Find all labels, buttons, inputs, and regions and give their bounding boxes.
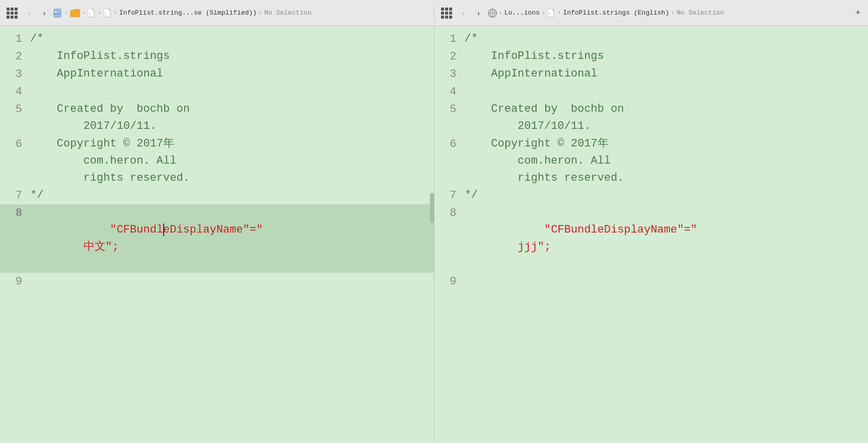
separator-r1: ›: [499, 10, 502, 17]
breadcrumb-right: › Lo...ions › i › InfoPlist.strings (Eng…: [488, 9, 724, 18]
nav-back-left[interactable]: ‹: [23, 7, 35, 19]
line-number: 7: [0, 187, 30, 204]
table-row: 7 */: [0, 187, 434, 204]
svg-text:i: i: [89, 12, 91, 15]
globe-icon: [488, 9, 497, 18]
editors-container: 1 /* 2 InfoPlist.strings 3 AppInternatio…: [0, 26, 868, 443]
line-number: 2: [0, 48, 30, 65]
separator-r2: ›: [542, 10, 545, 17]
line-content: /*: [465, 30, 869, 47]
line-number: 4: [435, 83, 465, 101]
code-content-right: 1 /* 2 InfoPlist.strings 3 AppInternatio…: [435, 26, 869, 294]
nav-back-right[interactable]: ‹: [458, 7, 470, 19]
breadcrumb-item-strings-1[interactable]: i: [88, 9, 96, 18]
add-editor-button[interactable]: +: [852, 7, 864, 19]
no-selection-left: No Selection: [264, 9, 312, 17]
line-number: 5: [0, 101, 30, 118]
table-row: 3 AppInternational: [0, 65, 434, 83]
table-row: 1 /*: [435, 30, 869, 48]
toolbar: ‹ › › ›: [0, 0, 868, 26]
separator-r4: ›: [671, 10, 675, 17]
svg-text:i: i: [105, 12, 107, 15]
line-number: 5: [435, 101, 465, 118]
breadcrumb-item-image[interactable]: [53, 9, 62, 18]
table-row: 8 "CFBundleDisplayName"=" jjj";: [435, 204, 869, 273]
separator-4: ›: [114, 10, 117, 17]
table-row: 4: [0, 83, 434, 101]
line-number: 8: [435, 204, 465, 222]
breadcrumb-left: › › i ›: [53, 9, 312, 18]
toolbar-right: ‹ › › Lo...ions ›: [434, 5, 864, 21]
table-row: 7 */: [435, 187, 869, 204]
breadcrumb-location: Lo...ions: [504, 9, 540, 17]
table-row: 5 Created by bochb on 2017/10/11.: [0, 101, 434, 135]
line-content: Copyright © 2017年 com.heron. All rights …: [465, 135, 869, 187]
line-content: Created by bochb on 2017/10/11.: [465, 101, 869, 135]
table-row: 9: [0, 273, 434, 290]
line-number: 8: [0, 204, 30, 222]
line-number: 3: [0, 65, 30, 83]
table-row: 1 /*: [0, 30, 434, 48]
line-content: AppInternational: [465, 65, 869, 83]
code-content-left: 1 /* 2 InfoPlist.strings 3 AppInternatio…: [0, 26, 434, 294]
breadcrumb-item-strings-2[interactable]: i: [104, 9, 112, 18]
table-row: 2 InfoPlist.strings: [435, 48, 869, 65]
grid-icon-shape-right: [441, 8, 452, 19]
line-number: 1: [435, 30, 465, 48]
table-row: 2 InfoPlist.strings: [0, 48, 434, 65]
line-content: /*: [30, 30, 434, 47]
separator-5: ›: [259, 10, 262, 17]
nav-forward-right[interactable]: ›: [473, 7, 485, 19]
app-container: ‹ › › ›: [0, 0, 868, 443]
line-content: */: [465, 187, 869, 204]
breadcrumb-item-globe[interactable]: [488, 9, 497, 18]
separator-r3: ›: [557, 10, 561, 17]
table-row: 5 Created by bochb on 2017/10/11.: [435, 101, 869, 135]
table-row: 4: [435, 83, 869, 101]
editor-pane-left[interactable]: 1 /* 2 InfoPlist.strings 3 AppInternatio…: [0, 26, 435, 443]
svg-rect-0: [54, 9, 61, 17]
editor-pane-right[interactable]: 1 /* 2 InfoPlist.strings 3 AppInternatio…: [435, 26, 869, 443]
separator-2: ›: [82, 10, 86, 17]
line-content: InfoPlist.strings: [30, 48, 434, 65]
line-number: 1: [0, 30, 30, 48]
grid-icon-left[interactable]: [4, 5, 20, 21]
breadcrumb-title-left: InfoPlist.string...se (Simplified)): [119, 9, 257, 17]
line-number: 3: [435, 65, 465, 83]
breadcrumb-item-folder[interactable]: [70, 9, 80, 17]
table-row: 3 AppInternational: [435, 65, 869, 83]
nav-forward-left[interactable]: ›: [38, 7, 50, 19]
table-row: 8 "CFBundleDisplayName"=" 中文";: [0, 204, 434, 273]
line-content: Created by bochb on 2017/10/11.: [30, 101, 434, 135]
line-number: 7: [435, 187, 465, 204]
separator-3: ›: [98, 10, 101, 17]
table-row: 9: [435, 273, 869, 290]
folder-icon: [70, 9, 80, 17]
line-number: 6: [0, 135, 30, 153]
image-file-icon: [53, 9, 62, 18]
line-number: 9: [435, 273, 465, 290]
line-content: */: [30, 187, 434, 204]
separator-1: ›: [64, 10, 68, 17]
line-number: 6: [435, 135, 465, 153]
breadcrumb-title-right: InfoPlist.strings (English): [563, 9, 669, 17]
line-content: Copyright © 2017年 com.heron. All rights …: [30, 135, 434, 187]
strings-file-icon-1: i: [88, 9, 96, 18]
line-number: 4: [0, 83, 30, 101]
line-content: "CFBundleDisplayName"=" 中文";: [30, 204, 434, 273]
line-content: InfoPlist.strings: [465, 48, 869, 65]
line-content: AppInternational: [30, 65, 434, 83]
line-content: "CFBundleDisplayName"=" jjj";: [465, 204, 869, 273]
strings-file-icon-2: i: [104, 9, 112, 18]
line-number: 9: [0, 273, 30, 290]
toolbar-left: ‹ › › ›: [4, 5, 434, 21]
grid-icon-right[interactable]: [439, 5, 455, 21]
breadcrumb-item-strings-right[interactable]: i: [547, 9, 555, 18]
table-row: 6 Copyright © 2017年 com.heron. All right…: [435, 135, 869, 187]
svg-text:i: i: [548, 12, 550, 15]
scroll-indicator-left[interactable]: [430, 193, 434, 223]
grid-icon-shape: [7, 8, 18, 19]
no-selection-right: No Selection: [677, 9, 724, 17]
table-row: 6 Copyright © 2017年 com.heron. All right…: [0, 135, 434, 187]
line-number: 2: [435, 48, 465, 65]
